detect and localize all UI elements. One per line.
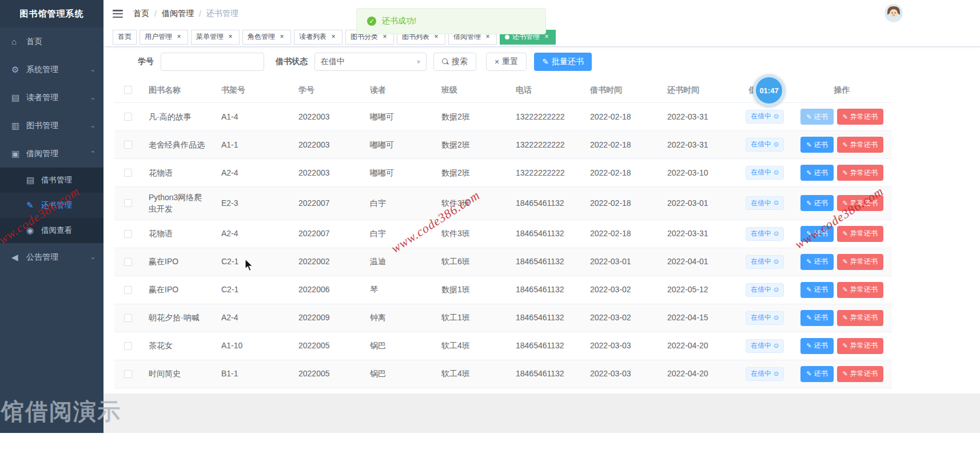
sidebar-item-borrowing[interactable]: ▣ 借阅管理 ⌃ — [0, 140, 103, 168]
close-icon[interactable]: × — [329, 33, 337, 41]
book-name-cell: Python3网络爬虫开发 — [142, 187, 214, 220]
timer-value: 01:47 — [759, 86, 778, 95]
return-button[interactable]: ✎还书 — [800, 137, 833, 153]
tab-home[interactable]: 首页 — [113, 30, 137, 45]
abnormal-return-button[interactable]: ✎异常还书 — [837, 137, 883, 153]
row-checkbox[interactable] — [124, 141, 132, 149]
return-button[interactable]: ✎还书 — [800, 282, 833, 298]
sidebar-item-announcements[interactable]: ◀ 公告管理 ⌄ — [0, 243, 103, 271]
success-toast: ✓ 还书成功! — [356, 8, 546, 34]
column-header-reader: 读者 — [363, 80, 435, 100]
abnormal-return-label: 异常还书 — [850, 257, 878, 267]
megaphone-icon: ◀ — [11, 252, 26, 263]
sidebar-item-label: 读者管理 — [26, 93, 90, 103]
loading-circle-icon: ⊙ — [774, 198, 779, 208]
table-row: 朝花夕拾·呐喊 A2-4 2022009 钟离 软工1班 18465461132… — [114, 304, 892, 332]
return-button[interactable]: ✎还书 — [800, 338, 833, 354]
row-checkbox[interactable] — [124, 199, 132, 207]
tab-label: 读者列表 — [299, 32, 326, 42]
row-checkbox[interactable] — [124, 314, 132, 322]
return-date-cell: 2022-04-15 — [660, 307, 738, 328]
batch-return-button[interactable]: ✎批量还书 — [534, 53, 592, 71]
tab-menu-manage[interactable]: 菜单管理× — [191, 30, 240, 45]
table-row: 花物语 A2-4 2022007 白宇 软件3班 18465461132 202… — [114, 220, 892, 248]
loading-circle-icon: ⊙ — [774, 229, 779, 239]
return-date-cell: 2022-04-20 — [660, 335, 738, 356]
loading-circle-icon: ⊙ — [774, 112, 779, 121]
sidebar-item-books[interactable]: ▥ 图书管理 ⌄ — [0, 112, 103, 140]
tab-label: 用户管理 — [145, 32, 172, 42]
close-icon[interactable]: × — [278, 33, 286, 41]
abnormal-return-button[interactable]: ✎异常还书 — [837, 226, 883, 242]
reader-cell: 琴 — [363, 279, 435, 300]
sidebar-item-system[interactable]: ⚙ 系统管理 ⌄ — [0, 55, 103, 84]
sidebar-item-label: 公告管理 — [26, 252, 90, 263]
return-button-label: 还书 — [814, 313, 828, 323]
abnormal-return-button[interactable]: ✎异常还书 — [837, 165, 883, 181]
return-button[interactable]: ✎还书 — [800, 195, 833, 211]
reader-cell: 白宇 — [363, 193, 435, 213]
reset-button[interactable]: ×重置 — [486, 53, 527, 71]
tab-user-manage[interactable]: 用户管理× — [140, 30, 188, 45]
status-text: 在借中 — [751, 313, 771, 323]
row-checkbox[interactable] — [124, 169, 132, 177]
book-name-cell: 凡·高的故事 — [142, 106, 214, 127]
search-button[interactable]: 搜索 — [433, 53, 476, 71]
abnormal-return-label: 异常还书 — [850, 168, 878, 178]
shelf-number-cell: B1-1 — [214, 363, 292, 384]
hamburger-icon[interactable] — [113, 10, 123, 18]
abnormal-return-button[interactable]: ✎异常还书 — [837, 366, 883, 382]
borrow-date-cell: 2022-03-02 — [583, 307, 660, 328]
return-date-cell: 2022-04-01 — [660, 251, 738, 272]
tab-role-manage[interactable]: 角色管理× — [242, 30, 291, 45]
abnormal-return-button[interactable]: ✎异常还书 — [837, 282, 883, 298]
student-id-cell: 2022003 — [292, 134, 363, 155]
sidebar-item-readers[interactable]: ▤ 读者管理 ⌄ — [0, 84, 103, 112]
table-row: 花物语 A2-4 2022003 嘟嘟可 数据2班 13222222222 20… — [114, 159, 892, 187]
recording-timer-overlay[interactable]: 01:47 — [753, 74, 785, 106]
row-checkbox[interactable] — [124, 230, 132, 238]
breadcrumb-home[interactable]: 首页 — [133, 9, 149, 19]
class-cell: 软件3班 — [435, 223, 509, 244]
tab-reader-list[interactable]: 读者列表× — [294, 30, 342, 45]
abnormal-return-label: 异常还书 — [850, 341, 878, 351]
breadcrumb-separator: / — [199, 9, 201, 18]
column-header-phone: 电话 — [509, 80, 583, 100]
abnormal-return-button[interactable]: ✎异常还书 — [837, 109, 883, 125]
user-avatar[interactable] — [885, 5, 902, 22]
sidebar-item-borrow-manage[interactable]: ▤ 借书管理 — [0, 168, 103, 193]
borrow-icon: ▣ — [11, 149, 26, 159]
borrow-date-cell: 2022-03-03 — [583, 363, 660, 384]
return-button[interactable]: ✎还书 — [800, 310, 833, 326]
reader-icon: ▤ — [11, 93, 26, 103]
return-button[interactable]: ✎还书 — [800, 165, 833, 181]
student-id-cell: 2022003 — [292, 162, 363, 183]
shelf-number-cell: A2-4 — [214, 307, 292, 328]
return-button[interactable]: ✎还书 — [800, 254, 833, 270]
row-checkbox[interactable] — [124, 113, 132, 121]
borrow-status-select[interactable]: 在借中 ▾ — [314, 53, 427, 71]
status-cell: 在借中⊙ — [738, 279, 792, 301]
row-checkbox[interactable] — [124, 286, 132, 294]
row-checkbox[interactable] — [124, 370, 132, 378]
breadcrumb-borrowing[interactable]: 借阅管理 — [162, 9, 194, 19]
class-cell: 数据2班 — [435, 134, 509, 155]
student-id-input[interactable] — [161, 53, 264, 71]
sidebar-item-home[interactable]: ⌂ 首页 — [0, 27, 103, 55]
close-icon[interactable]: × — [175, 33, 183, 41]
status-badge: 在借中⊙ — [746, 138, 784, 152]
return-button[interactable]: ✎还书 — [800, 109, 833, 125]
table-row: 茶花女 A1-10 2022005 锅巴 软工4班 18465461132 20… — [114, 332, 892, 360]
select-all-checkbox[interactable] — [124, 86, 132, 94]
abnormal-return-button[interactable]: ✎异常还书 — [837, 310, 883, 326]
row-checkbox[interactable] — [124, 258, 132, 266]
borrow-date-cell: 2022-03-01 — [583, 251, 660, 272]
book-name-cell: 花物语 — [142, 223, 214, 244]
row-checkbox[interactable] — [124, 342, 132, 350]
return-button-label: 还书 — [814, 168, 828, 178]
abnormal-return-button[interactable]: ✎异常还书 — [837, 338, 883, 354]
return-button[interactable]: ✎还书 — [800, 366, 833, 382]
row-checkbox-cell — [114, 253, 142, 271]
close-icon[interactable]: × — [226, 33, 234, 41]
abnormal-return-button[interactable]: ✎异常还书 — [837, 254, 883, 270]
